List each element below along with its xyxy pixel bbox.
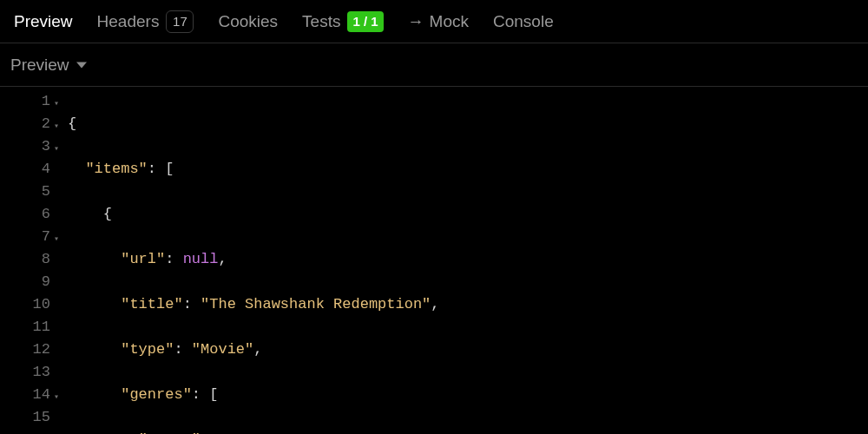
json-viewer: 1▾ 2▾ 3▾ 4 5 6 7▾ 8 9 10 11 12 13 14▾ 15… bbox=[0, 87, 868, 434]
tab-headers-label: Headers bbox=[97, 12, 160, 31]
tab-preview[interactable]: Preview bbox=[14, 0, 73, 43]
gutter-line[interactable]: 6 bbox=[0, 203, 68, 226]
gutter-line[interactable]: 13 bbox=[0, 361, 68, 384]
arrow-right-icon: → bbox=[408, 12, 424, 31]
response-tabs: Preview Headers 17 Cookies Tests 1 / 1 →… bbox=[0, 0, 868, 43]
gutter-line[interactable]: 5 bbox=[0, 181, 68, 203]
tab-tests-label: Tests bbox=[302, 12, 340, 31]
gutter-line[interactable]: 3▾ bbox=[0, 135, 68, 158]
preview-subbar: Preview bbox=[0, 43, 868, 87]
gutter-line[interactable]: 10 bbox=[0, 293, 68, 316]
gutter-line[interactable]: 1▾ bbox=[0, 90, 68, 113]
tests-pass-badge: 1 / 1 bbox=[347, 11, 383, 32]
chevron-down-icon bbox=[76, 60, 87, 70]
tab-cookies-label: Cookies bbox=[218, 12, 278, 31]
headers-count-badge: 17 bbox=[166, 10, 194, 33]
gutter-line[interactable]: 14▾ bbox=[0, 384, 68, 406]
gutter-line[interactable]: 7▾ bbox=[0, 226, 68, 248]
json-code[interactable]: { "items": [ { "url": null, "title": "Th… bbox=[68, 87, 868, 434]
gutter-line[interactable]: 2▾ bbox=[0, 113, 68, 135]
tab-tests[interactable]: Tests 1 / 1 bbox=[302, 0, 384, 43]
tab-console-label: Console bbox=[493, 12, 554, 31]
gutter-line[interactable]: 12 bbox=[0, 339, 68, 361]
tab-mock-label: Mock bbox=[430, 12, 469, 31]
tab-console[interactable]: Console bbox=[493, 0, 554, 43]
gutter-line[interactable]: 11 bbox=[0, 316, 68, 339]
tab-mock[interactable]: → Mock bbox=[408, 0, 469, 43]
gutter-line[interactable]: 4 bbox=[0, 158, 68, 181]
preview-mode-dropdown[interactable]: Preview bbox=[10, 56, 87, 75]
tab-cookies[interactable]: Cookies bbox=[218, 0, 278, 43]
gutter-line[interactable]: 8 bbox=[0, 248, 68, 271]
preview-mode-label: Preview bbox=[10, 56, 69, 75]
tab-headers[interactable]: Headers 17 bbox=[97, 0, 194, 43]
tab-preview-label: Preview bbox=[14, 12, 73, 31]
line-gutter: 1▾ 2▾ 3▾ 4 5 6 7▾ 8 9 10 11 12 13 14▾ 15 bbox=[0, 87, 68, 434]
gutter-line[interactable]: 9 bbox=[0, 271, 68, 293]
gutter-line[interactable]: 15 bbox=[0, 406, 68, 429]
